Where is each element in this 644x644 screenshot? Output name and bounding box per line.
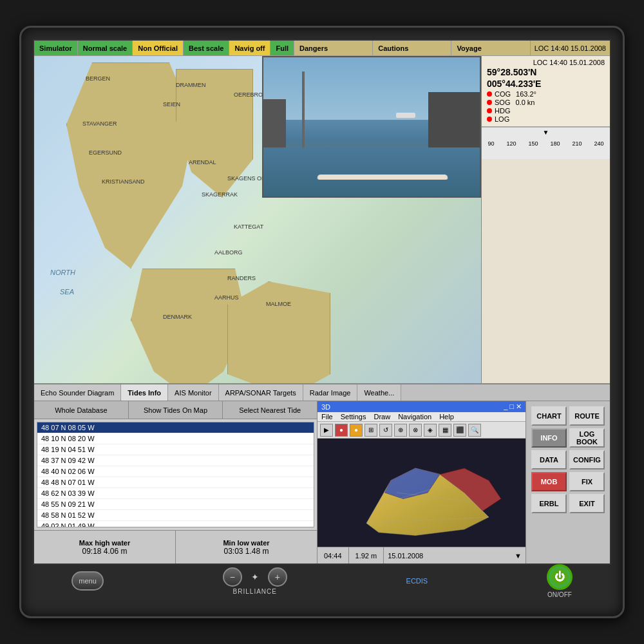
tide-item-8[interactable]: 48 58 N 01 52 W <box>37 510 314 521</box>
land-sweden-south <box>227 281 330 383</box>
badge-voyage[interactable]: Voyage <box>451 41 530 55</box>
cog-dot <box>487 91 492 97</box>
log-label: LOG <box>495 115 509 123</box>
menu-help[interactable]: Help <box>439 413 454 421</box>
menu-button[interactable]: menu <box>71 571 104 591</box>
label-egersund: EGERSUND <box>89 149 122 156</box>
btn-info[interactable]: INFO <box>531 428 567 448</box>
brightness-icon: ✦ <box>247 569 263 585</box>
btn-mob[interactable]: MOB <box>531 472 567 491</box>
badge-nonofficial[interactable]: Non Official <box>133 41 184 55</box>
tide-item-0[interactable]: 48 07 N 08 05 W <box>37 422 314 433</box>
btn-erbl[interactable]: ERBL <box>531 494 567 513</box>
btn-whole-database[interactable]: Whole Database <box>34 401 129 419</box>
badge-full[interactable]: Full <box>270 41 294 55</box>
btn-select-nearest-tide[interactable]: Select Nearest Tide <box>223 401 317 419</box>
brilliance-minus[interactable]: − <box>223 567 242 587</box>
tides-panel: Whole Database Show Tides On Map Select … <box>34 401 317 564</box>
cog-value: 163.2° <box>516 90 536 98</box>
tide-item-4[interactable]: 48 40 N 02 06 W <box>37 466 314 477</box>
btn-route[interactable]: ROUTE <box>569 406 605 426</box>
nav-sog-row: SOG 0.0 kn <box>487 99 605 106</box>
label-malmoe: MALMOE <box>266 301 291 307</box>
panel-3d: 3D _ □ ✕ File Settings Draw Navigation H… <box>317 401 526 564</box>
toolbar-btn-3[interactable]: ● <box>350 424 363 437</box>
label-denmark: DENMARK <box>163 314 192 320</box>
label-kattegat: KATTEGAT <box>234 223 263 230</box>
menu-draw[interactable]: Draw <box>374 413 390 421</box>
chart-map: BERGEN STAVANGER EGERSUND KRISTIANSAND D… <box>34 56 481 383</box>
badge-simulator[interactable]: Simulator <box>34 41 78 55</box>
tide-item-9[interactable]: 49 02 N 01 49 W <box>37 521 314 527</box>
tide-item-1[interactable]: 48 10 N 08 20 W <box>37 433 314 444</box>
power-button-container: ⏻ ON/OFF <box>547 564 573 598</box>
btn-chart[interactable]: CHART <box>531 406 567 426</box>
tide-item-2[interactable]: 48 19 N 04 51 W <box>37 444 314 455</box>
badge-normalscale[interactable]: Normal scale <box>78 41 133 55</box>
badge-dangers[interactable]: Dangers <box>294 41 373 55</box>
right-buttons: CHART ROUTE INFO LOG BOOK DATA CONFIG MO… <box>526 401 610 564</box>
tab-weather[interactable]: Weathe... <box>357 384 401 401</box>
brilliance-control: − ✦ + BRILLIANCE <box>223 567 287 595</box>
btn-config[interactable]: CONFIG <box>569 450 605 469</box>
toolbar-btn-8[interactable]: ◈ <box>424 424 437 437</box>
tab-echo-sounder[interactable]: Echo Sounder Diagram <box>34 384 121 401</box>
tide-max-high-label: Max high water <box>79 539 130 547</box>
btn-fix[interactable]: FIX <box>569 472 605 491</box>
menu-settings[interactable]: Settings <box>341 413 366 421</box>
toolbar-btn-11[interactable]: 🔍 <box>468 424 481 437</box>
tide-item-5[interactable]: 48 48 N 07 01 W <box>37 477 314 488</box>
label-stavanger: STAVANGER <box>82 120 117 127</box>
brilliance-plus[interactable]: + <box>268 567 287 587</box>
panel-3d-view[interactable] <box>317 439 526 547</box>
badge-bestscale[interactable]: Best scale <box>184 41 229 55</box>
toolbar-btn-5[interactable]: ↺ <box>379 424 392 437</box>
status-date[interactable]: 15.01.2008 ▼ <box>384 552 526 560</box>
camera-view <box>262 56 481 198</box>
cog-label: COG <box>495 90 511 98</box>
btn-exit[interactable]: EXIT <box>569 494 605 513</box>
compass-210: 210 <box>572 140 582 147</box>
toolbar-btn-9[interactable]: ▦ <box>439 424 451 437</box>
compass-150: 150 <box>528 140 538 147</box>
bottom-section: Echo Sounder Diagram Tides Info AIS Moni… <box>34 383 610 564</box>
tab-ais-monitor[interactable]: AIS Monitor <box>168 384 218 401</box>
chart-area[interactable]: BERGEN STAVANGER EGERSUND KRISTIANSAND D… <box>34 56 481 383</box>
toolbar-btn-6[interactable]: ⊕ <box>394 424 407 437</box>
nav-hdg-row: HDG <box>487 107 605 115</box>
tab-radar-image[interactable]: Radar Image <box>303 384 358 401</box>
menu-navigation[interactable]: Navigation <box>398 413 431 421</box>
tab-tides-info[interactable]: Tides Info <box>121 384 168 401</box>
tide-item-3[interactable]: 48 37 N 09 42 W <box>37 455 314 466</box>
menu-button-container[interactable]: menu <box>71 571 104 591</box>
toolbar-btn-4[interactable]: ⊞ <box>365 424 377 437</box>
hdg-label: HDG <box>495 107 510 115</box>
monitor: Simulator Normal scale Non Official Best… <box>19 26 625 618</box>
toolbar-btn-7[interactable]: ⊗ <box>409 424 422 437</box>
btn-show-tides-map[interactable]: Show Tides On Map <box>129 401 223 419</box>
power-button[interactable]: ⏻ <box>547 564 573 590</box>
nav-datetime: LOC 14:40 15.01.2008 <box>487 59 605 66</box>
badge-cautions[interactable]: Cautions <box>373 41 451 55</box>
toolbar-btn-1[interactable]: ▶ <box>320 424 333 437</box>
camera-mast <box>302 71 305 155</box>
toolbar-btn-10[interactable]: ⬛ <box>453 424 466 437</box>
toolbar-btn-2[interactable]: ● <box>335 424 348 437</box>
panel-3d-controls[interactable]: _ □ ✕ <box>504 402 522 411</box>
badge-navigoff[interactable]: Navig off <box>229 41 270 55</box>
tide-item-6[interactable]: 48 62 N 03 39 W <box>37 488 314 499</box>
panel-3d-titlebar: 3D _ □ ✕ <box>317 401 526 412</box>
compass-240: 240 <box>594 140 603 147</box>
label-bergen: BERGEN <box>86 75 110 82</box>
tide-min-low-time: 03:03 1.48 m <box>223 547 269 556</box>
tide-item-7[interactable]: 48 55 N 09 21 W <box>37 499 314 510</box>
label-arendal: ARENDAL <box>189 159 216 166</box>
camera-railing <box>317 175 448 180</box>
compass-bar: ▼ 90 120 150 180 210 240 <box>482 127 610 159</box>
viz-3d-svg <box>317 439 526 547</box>
compass-90: 90 <box>488 140 494 147</box>
btn-data[interactable]: DATA <box>531 450 567 469</box>
tab-arpa-sonar[interactable]: ARPA/SONAR Targets <box>219 384 303 401</box>
btn-logbook[interactable]: LOG BOOK <box>569 428 605 448</box>
menu-file[interactable]: File <box>321 413 333 421</box>
